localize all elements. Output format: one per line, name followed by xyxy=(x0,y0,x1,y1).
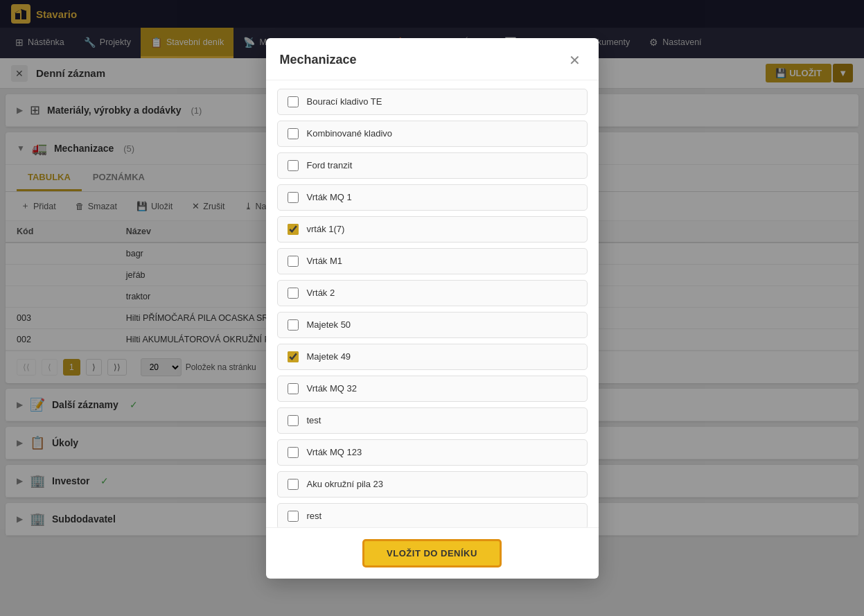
check-item-label: Vrták MQ 123 xyxy=(307,447,362,457)
mechanizace-modal: Mechanizace ✕ Bourací kladivo TEKombinov… xyxy=(266,38,599,579)
modal-check-item[interactable]: Majetek 50 xyxy=(277,312,588,338)
check-item-label: Bourací kladivo TE xyxy=(307,96,382,107)
modal-check-item[interactable]: Vrták MQ 1 xyxy=(277,184,588,211)
modal-body: Bourací kladivo TEKombinované kladivoFor… xyxy=(266,80,599,527)
modal-check-item[interactable]: test xyxy=(277,407,588,434)
checkbox-bouraci-kladivo[interactable] xyxy=(288,96,299,107)
modal-check-item[interactable]: Kombinované kladivo xyxy=(277,121,588,147)
checkbox-vrtak1[interactable] xyxy=(288,224,299,235)
checkbox-rest[interactable] xyxy=(288,511,299,522)
modal-check-item[interactable]: rest xyxy=(277,503,588,527)
checkbox-majetek49[interactable] xyxy=(288,351,299,362)
modal-check-item[interactable]: Vrták MQ 32 xyxy=(277,376,588,402)
modal-header: Mechanizace ✕ xyxy=(266,38,599,80)
check-item-label: Majetek 49 xyxy=(307,351,351,362)
check-item-label: Ford tranzit xyxy=(307,160,353,170)
modal-title: Mechanizace xyxy=(280,53,357,67)
checkbox-vrtak-m1[interactable] xyxy=(288,256,299,267)
checkbox-aku-okruzni-pila[interactable] xyxy=(288,479,299,490)
modal-overlay: Mechanizace ✕ Bourací kladivo TEKombinov… xyxy=(0,0,864,616)
check-item-label: Vrták M1 xyxy=(307,256,343,266)
modal-footer: VLOŽIT DO DENÍKU xyxy=(266,527,599,579)
check-item-label: rest xyxy=(307,511,322,521)
checkbox-test[interactable] xyxy=(288,415,299,426)
modal-check-item[interactable]: Majetek 49 xyxy=(277,344,588,370)
checkbox-vrtak-mq1[interactable] xyxy=(288,192,299,203)
check-item-label: test xyxy=(307,415,321,425)
modal-check-item[interactable]: Vrták 2 xyxy=(277,280,588,306)
checkbox-vrtak-mq123[interactable] xyxy=(288,447,299,458)
modal-check-item[interactable]: Ford tranzit xyxy=(277,152,588,179)
checkbox-vrtak-mq32[interactable] xyxy=(288,383,299,394)
checkbox-kombinovane-kladivo[interactable] xyxy=(288,128,299,139)
check-item-label: Majetek 50 xyxy=(307,319,351,330)
modal-check-item[interactable]: Vrták M1 xyxy=(277,248,588,274)
checkbox-majetek50[interactable] xyxy=(288,319,299,331)
check-item-label: Vrták 2 xyxy=(307,288,335,298)
checkbox-ford-tranzit[interactable] xyxy=(288,160,299,171)
modal-check-item[interactable]: vrták 1(7) xyxy=(277,216,588,243)
modal-check-item[interactable]: Bourací kladivo TE xyxy=(277,89,588,115)
check-item-label: Aku okružní pila 23 xyxy=(307,479,384,489)
check-item-label: Vrták MQ 32 xyxy=(307,383,357,394)
modal-check-item[interactable]: Vrták MQ 123 xyxy=(277,439,588,466)
modal-check-item[interactable]: Aku okružní pila 23 xyxy=(277,471,588,498)
check-item-label: vrták 1(7) xyxy=(307,224,345,234)
check-item-label: Vrták MQ 1 xyxy=(307,192,352,202)
checkbox-vrtak2[interactable] xyxy=(288,288,299,299)
modal-close-button[interactable]: ✕ xyxy=(565,51,585,70)
check-item-label: Kombinované kladivo xyxy=(307,128,393,139)
vlozit-button[interactable]: VLOŽIT DO DENÍKU xyxy=(362,539,502,567)
